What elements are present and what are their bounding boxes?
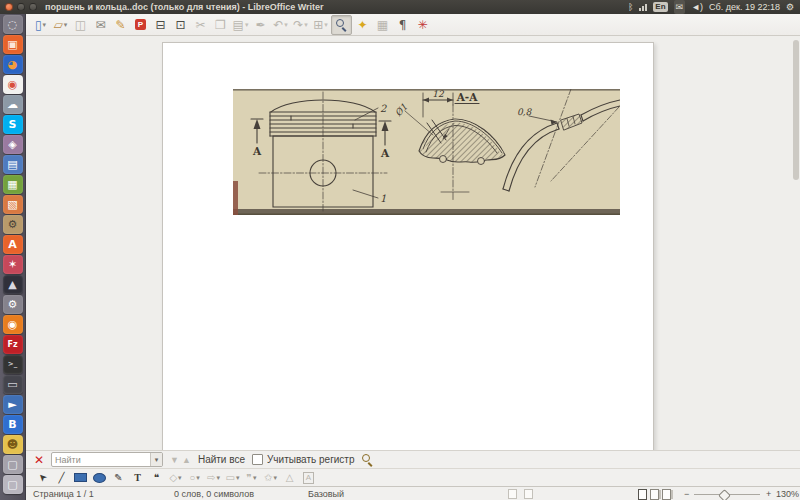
- multi-page-view-button[interactable]: [650, 489, 659, 500]
- launcher-item-impress[interactable]: ▧: [3, 195, 23, 214]
- freeform-tool-button[interactable]: ✎: [110, 470, 127, 486]
- launcher-item-photos[interactable]: ◈: [3, 135, 23, 154]
- vertical-scrollbar[interactable]: [793, 38, 799, 446]
- launcher-item-blender[interactable]: ◉: [3, 315, 23, 334]
- launcher-item-skype[interactable]: S: [3, 115, 23, 134]
- find-next-button[interactable]: ▼: [170, 455, 179, 465]
- print-preview-button[interactable]: ⊡: [171, 16, 190, 34]
- find-replace-button[interactable]: [331, 15, 352, 35]
- text-box-button[interactable]: T: [129, 470, 146, 486]
- piston-drawing-image[interactable]: 2 1 12 Ø1 0,8 A-A A A: [233, 89, 620, 215]
- print-button[interactable]: ⊟: [151, 16, 170, 34]
- zoom-level[interactable]: 130%: [776, 489, 799, 499]
- clock[interactable]: Сб. дек. 19 22:18: [709, 0, 780, 14]
- launcher-item-terminal[interactable]: >_: [3, 355, 23, 374]
- email-button[interactable]: ✉: [91, 16, 110, 34]
- system-tray: ᛒ En ✉ ◄) Сб. дек. 19 22:18 ⚙: [628, 0, 800, 14]
- mail-icon[interactable]: ✉: [674, 0, 686, 14]
- find-history-dropdown[interactable]: ▾: [150, 453, 162, 466]
- launcher-item-dash[interactable]: ◌: [3, 15, 23, 34]
- launcher-item-bluetooth[interactable]: B: [3, 415, 23, 434]
- page-style[interactable]: Базовый: [308, 489, 344, 499]
- launcher-item-game[interactable]: ☻: [3, 435, 23, 454]
- zoom-slider[interactable]: [694, 494, 760, 495]
- launcher-item-orange-a[interactable]: A: [3, 235, 23, 254]
- callout-tool-button[interactable]: ❝: [148, 470, 165, 486]
- keyboard-layout-indicator[interactable]: En: [653, 2, 667, 12]
- help-button[interactable]: ✳: [413, 16, 432, 34]
- find-and-replace-icon[interactable]: [362, 454, 373, 465]
- match-case-checkbox[interactable]: [252, 454, 263, 465]
- cursor-arrow-icon: ➤: [36, 471, 50, 485]
- ellipse-tool-button[interactable]: [91, 470, 108, 486]
- line-tool-button[interactable]: ╱: [53, 470, 70, 486]
- dash-icon: ◌: [8, 19, 18, 30]
- network-signal-icon[interactable]: [639, 3, 647, 11]
- insert-table-button[interactable]: ⊞▾: [311, 16, 330, 34]
- redo-button[interactable]: ↷▾: [291, 16, 310, 34]
- find-previous-button[interactable]: ▲: [182, 455, 191, 465]
- launcher-item-workspace-1[interactable]: ▢: [3, 455, 23, 474]
- zoom-in-button[interactable]: +: [766, 489, 771, 499]
- word-count[interactable]: 0 слов, 0 символов: [174, 489, 254, 499]
- points-button[interactable]: △: [281, 470, 298, 486]
- insert-mode-indicator[interactable]: [508, 489, 517, 500]
- block-arrows-button[interactable]: ⇨▾: [205, 470, 222, 486]
- launcher-item-firefox[interactable]: ◕: [3, 55, 23, 74]
- undo-arrow-icon: ↶: [273, 19, 283, 31]
- launcher-item-calc[interactable]: ▦: [3, 175, 23, 194]
- bluetooth-icon[interactable]: ᛒ: [628, 0, 633, 14]
- volume-icon[interactable]: ◄): [691, 0, 703, 14]
- launcher-item-writer[interactable]: ▤: [3, 155, 23, 174]
- launcher-item-red-app[interactable]: ✶: [3, 255, 23, 274]
- chevron-down-icon[interactable]: ▾: [64, 21, 68, 29]
- single-page-view-button[interactable]: [638, 489, 647, 500]
- page-count[interactable]: Страница 1 / 1: [33, 489, 94, 499]
- maximize-button[interactable]: [29, 3, 37, 11]
- document-page[interactable]: 2 1 12 Ø1 0,8 A-A A A: [162, 42, 654, 450]
- minimize-button[interactable]: [17, 3, 25, 11]
- launcher-item-rocket[interactable]: ▲: [3, 275, 23, 294]
- cut-button[interactable]: ✂: [191, 16, 210, 34]
- zoom-slider-thumb[interactable]: [718, 489, 731, 500]
- new-document-button[interactable]: ▯▾: [31, 16, 50, 34]
- select-tool-button[interactable]: ➤: [34, 470, 51, 486]
- launcher-item-tools[interactable]: ⚙: [3, 215, 23, 234]
- symbol-shapes-button[interactable]: ○▾: [186, 470, 203, 486]
- chevron-down-icon[interactable]: ▾: [43, 21, 47, 29]
- scrollbar-thumb[interactable]: [793, 40, 799, 180]
- flowchart-button[interactable]: ▭▾: [224, 470, 241, 486]
- undo-button[interactable]: ↶▾: [271, 16, 290, 34]
- launcher-item-gear[interactable]: ⚙: [3, 295, 23, 314]
- launcher-item-files[interactable]: ▣: [3, 35, 23, 54]
- launcher-item-workspace-2[interactable]: ▢: [3, 475, 23, 494]
- open-button[interactable]: ▱▾: [51, 16, 70, 34]
- stars-button[interactable]: ✩▾: [262, 470, 279, 486]
- session-gear-icon[interactable]: ⚙: [786, 0, 794, 14]
- close-find-button[interactable]: ✕: [34, 454, 44, 466]
- launcher-item-media[interactable]: ►: [3, 395, 23, 414]
- edit-file-button[interactable]: ✎: [111, 16, 130, 34]
- navigator-button[interactable]: ✦: [353, 16, 372, 34]
- fontwork-button[interactable]: A: [300, 470, 317, 486]
- paste-button[interactable]: ▤▾: [231, 16, 250, 34]
- book-view-button[interactable]: [662, 489, 671, 500]
- zoom-out-button[interactable]: −: [684, 489, 689, 499]
- find-input[interactable]: [52, 454, 150, 465]
- callouts-button[interactable]: ❞▾: [243, 470, 260, 486]
- launcher-item-filezilla[interactable]: Fz: [3, 335, 23, 354]
- selection-mode-indicator[interactable]: [524, 489, 533, 500]
- launcher-item-screenshot[interactable]: ▭: [3, 375, 23, 394]
- gallery-button[interactable]: ▦: [373, 16, 392, 34]
- formatting-marks-button[interactable]: ¶: [393, 16, 412, 34]
- launcher-item-chrome[interactable]: ◉: [3, 75, 23, 94]
- launcher-item-cloud[interactable]: ☁: [3, 95, 23, 114]
- find-all-button[interactable]: Найти все: [198, 454, 245, 465]
- export-pdf-button[interactable]: P: [131, 16, 150, 34]
- copy-button[interactable]: ❐: [211, 16, 230, 34]
- clone-formatting-button[interactable]: ✒: [251, 16, 270, 34]
- close-button[interactable]: [5, 3, 13, 11]
- basic-shapes-button[interactable]: ◇▾: [167, 470, 184, 486]
- rectangle-tool-button[interactable]: [72, 470, 89, 486]
- save-button[interactable]: ◫: [71, 16, 90, 34]
